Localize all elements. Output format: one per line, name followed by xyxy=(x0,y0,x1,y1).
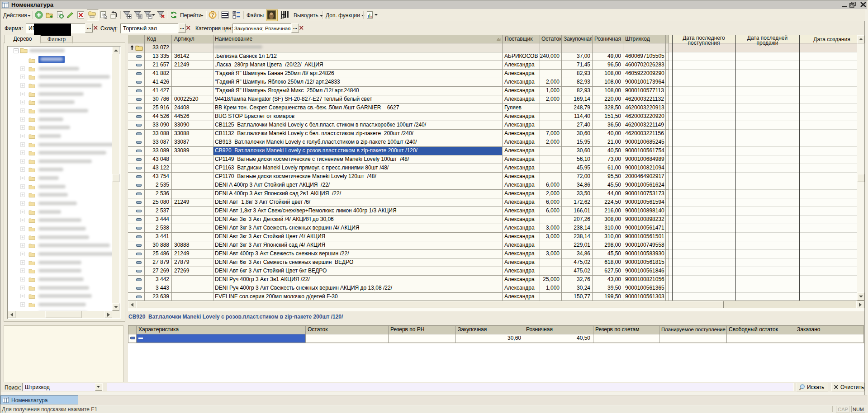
svg-text:?: ? xyxy=(211,12,214,18)
